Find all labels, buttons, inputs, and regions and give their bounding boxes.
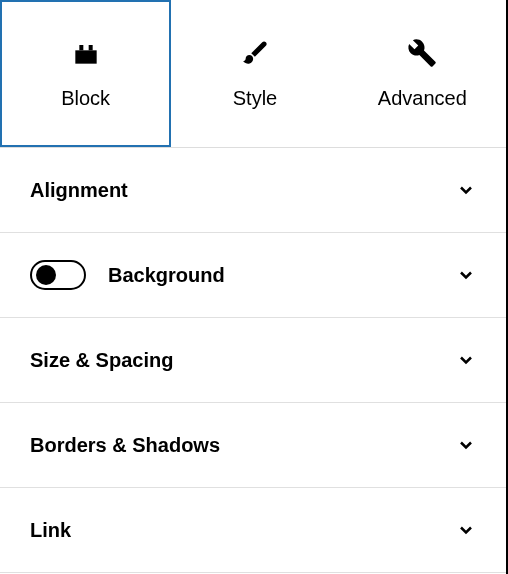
section-link-label: Link xyxy=(30,519,456,542)
svg-rect-2 xyxy=(88,45,92,50)
section-background[interactable]: Background xyxy=(0,233,506,318)
svg-rect-1 xyxy=(79,45,83,50)
chevron-down-icon xyxy=(456,520,476,540)
section-background-label: Background xyxy=(108,264,456,287)
section-size-spacing-label: Size & Spacing xyxy=(30,349,456,372)
chevron-down-icon xyxy=(456,180,476,200)
section-size-spacing[interactable]: Size & Spacing xyxy=(0,318,506,403)
section-link[interactable]: Link xyxy=(0,488,506,573)
section-alignment-label: Alignment xyxy=(30,179,456,202)
section-borders-shadows[interactable]: Borders & Shadows xyxy=(0,403,506,488)
tab-advanced[interactable]: Advanced xyxy=(339,0,506,147)
chevron-down-icon xyxy=(456,435,476,455)
settings-tabs: Block Style Advanced xyxy=(0,0,506,148)
wrench-icon xyxy=(406,37,438,69)
tab-block-label: Block xyxy=(61,87,110,110)
section-alignment[interactable]: Alignment xyxy=(0,148,506,233)
tab-block[interactable]: Block xyxy=(0,0,171,147)
chevron-down-icon xyxy=(456,265,476,285)
tab-advanced-label: Advanced xyxy=(378,87,467,110)
block-icon xyxy=(70,37,102,69)
tab-style[interactable]: Style xyxy=(171,0,338,147)
chevron-down-icon xyxy=(456,350,476,370)
brush-icon xyxy=(239,37,271,69)
section-borders-shadows-label: Borders & Shadows xyxy=(30,434,456,457)
settings-sections: Alignment Background Size & Spacing Bord… xyxy=(0,148,506,573)
background-toggle[interactable] xyxy=(30,260,86,290)
tab-style-label: Style xyxy=(233,87,277,110)
svg-rect-0 xyxy=(75,50,96,63)
